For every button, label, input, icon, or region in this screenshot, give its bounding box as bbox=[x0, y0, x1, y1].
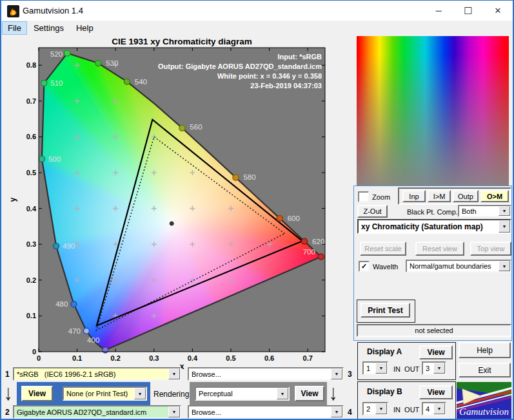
svg-text:700: 700 bbox=[303, 248, 315, 256]
svg-text:520: 520 bbox=[50, 50, 63, 58]
rendering-intent-dropdown[interactable]: Perceptual ▼ bbox=[195, 387, 290, 401]
svg-text:0.6: 0.6 bbox=[264, 354, 274, 362]
chevron-down-icon: ▼ bbox=[375, 403, 387, 414]
display-a-in-dropdown[interactable]: 1 ▼ bbox=[362, 361, 388, 375]
chevron-down-icon: ▼ bbox=[331, 406, 342, 417]
menu-bar: File Settings Help bbox=[1, 21, 513, 35]
display-a-inout-label: IN OUT bbox=[393, 365, 419, 373]
svg-text:0.1: 0.1 bbox=[72, 354, 82, 362]
svg-text:480: 480 bbox=[55, 300, 68, 308]
zoom-label: Zoom bbox=[372, 193, 390, 201]
chevron-down-icon: ▼ bbox=[499, 220, 510, 233]
display-b-in-dropdown[interactable]: 2 ▼ bbox=[362, 402, 388, 415]
view-map-button[interactable]: View bbox=[21, 386, 53, 401]
input-profile-dropdown[interactable]: *sRGB (IEC6 1996-2.1 sRGB) ▼ bbox=[13, 367, 181, 381]
chevron-down-icon: ▼ bbox=[499, 206, 510, 216]
saturation-map-preview bbox=[357, 36, 509, 186]
rendering-label: Rendering bbox=[153, 390, 189, 399]
zout-button[interactable]: Z-Out bbox=[357, 205, 388, 218]
gamutvision-window: Gamutvision 1.4 ─ ☐ ✕ File Settings Help… bbox=[0, 0, 514, 420]
maximize-button[interactable]: ☐ bbox=[453, 1, 483, 21]
reset-scale-button[interactable]: Reset scale bbox=[360, 242, 406, 256]
chevron-down-icon: ▼ bbox=[499, 261, 510, 271]
outp-button[interactable]: Outp bbox=[453, 190, 479, 202]
svg-text:0.4: 0.4 bbox=[188, 354, 198, 362]
chevron-down-icon: ▼ bbox=[168, 406, 180, 417]
view-mode-dropdown[interactable]: xy Chromaticity (Saturation map) ▼ bbox=[357, 219, 511, 234]
browse-top-dropdown[interactable]: Browse... ▼ bbox=[188, 367, 344, 381]
window-title: Gamutvision 1.4 bbox=[23, 6, 83, 15]
wavelth-checkbox[interactable]: ✓ bbox=[359, 261, 370, 272]
svg-text:0.2: 0.2 bbox=[26, 276, 36, 284]
slot3-number: 3 bbox=[348, 370, 352, 379]
chevron-down-icon: ▼ bbox=[331, 368, 342, 379]
close-button[interactable]: ✕ bbox=[483, 1, 513, 21]
map-panel: View None (or Print Test) ▼ bbox=[17, 382, 150, 405]
display-a-out-dropdown[interactable]: 3 ▼ bbox=[422, 361, 446, 375]
svg-text:y: y bbox=[8, 197, 17, 202]
chevron-down-icon: ▼ bbox=[433, 403, 445, 414]
gamutvision-logo: Gamutvision bbox=[457, 382, 511, 419]
annot-whitepoint: White point: x = 0.346 y = 0.358 bbox=[85, 72, 322, 81]
display-a-view-button[interactable]: View bbox=[419, 345, 453, 359]
annot-output: Output: Gigabyte AORUS AD27QD_standard.i… bbox=[85, 62, 322, 72]
bpc-dropdown[interactable]: Both ▼ bbox=[458, 205, 511, 217]
rendering-panel: Perceptual ▼ View bbox=[190, 382, 327, 405]
svg-text:400: 400 bbox=[87, 336, 99, 344]
svg-text:0.5: 0.5 bbox=[26, 169, 36, 177]
reset-view-button[interactable]: Reset view bbox=[415, 242, 464, 256]
inp-button[interactable]: Inp bbox=[402, 190, 426, 202]
chevron-down-icon: ▼ bbox=[134, 388, 146, 399]
display-b-out-dropdown[interactable]: 4 ▼ bbox=[422, 402, 446, 415]
svg-text:600: 600 bbox=[288, 215, 300, 222]
svg-text:580: 580 bbox=[243, 173, 255, 181]
browse-bottom-dropdown[interactable]: Browse... ▼ bbox=[188, 405, 344, 419]
zoom-checkbox[interactable] bbox=[358, 191, 369, 202]
bpc-label: Black Pt. Comp. bbox=[407, 208, 458, 216]
menu-help[interactable]: Help bbox=[70, 21, 99, 35]
chart-annotations: Input: *sRGB Output: Gigabyte AORUS AD27… bbox=[85, 52, 322, 91]
svg-text:0.3: 0.3 bbox=[149, 354, 159, 362]
output-profile-dropdown[interactable]: Gigabyte AORUS AD27QD_standard.icm ▼ bbox=[13, 405, 181, 419]
print-test-frame: Print Test bbox=[357, 300, 415, 323]
display-b-group: Display B View 2 ▼ IN OUT 4 ▼ bbox=[357, 381, 456, 420]
chevron-down-icon: ▼ bbox=[168, 368, 180, 379]
annot-date: 23-Feb-2019 04:37:03 bbox=[85, 81, 322, 91]
display-b-inout-label: IN OUT bbox=[393, 406, 419, 414]
boundaries-dropdown[interactable]: Normal/gamut boundaries ▼ bbox=[406, 260, 511, 272]
logo-text: Gamutvision bbox=[459, 407, 509, 417]
minimize-button[interactable]: ─ bbox=[424, 1, 453, 21]
im-button[interactable]: I>M bbox=[428, 190, 451, 202]
svg-text:0.6: 0.6 bbox=[26, 133, 36, 140]
svg-text:0.7: 0.7 bbox=[26, 97, 36, 105]
wavelth-label: Wavelth bbox=[373, 263, 398, 271]
zoom-checkbox-row: Zoom bbox=[358, 191, 390, 202]
down-arrow-left-icon: ↓ bbox=[4, 381, 13, 406]
svg-text:560: 560 bbox=[190, 123, 202, 131]
svg-text:0.4: 0.4 bbox=[26, 205, 37, 213]
menu-file[interactable]: File bbox=[2, 21, 27, 35]
view-rendering-button[interactable]: View bbox=[295, 386, 324, 401]
slot4-number: 4 bbox=[348, 408, 352, 417]
display-a-group: Display A View 1 ▼ IN OUT 3 ▼ bbox=[357, 342, 456, 380]
exit-button[interactable]: Exit bbox=[459, 363, 511, 377]
display-b-view-button[interactable]: View bbox=[419, 385, 453, 399]
io-button-group: Inp I>M Outp O>M bbox=[398, 187, 511, 205]
slot2-number: 2 bbox=[5, 408, 10, 417]
chevron-down-icon: ▼ bbox=[277, 388, 288, 399]
print-test-button[interactable]: Print Test bbox=[361, 303, 410, 318]
top-view-button[interactable]: Top view bbox=[470, 242, 511, 256]
svg-text:0: 0 bbox=[32, 348, 36, 356]
help-button[interactable]: Help bbox=[459, 342, 511, 358]
svg-text:0.8: 0.8 bbox=[26, 61, 36, 69]
menu-settings[interactable]: Settings bbox=[28, 21, 70, 35]
slot1-number: 1 bbox=[5, 370, 10, 379]
map-dropdown[interactable]: None (or Print Test) ▼ bbox=[63, 387, 147, 401]
svg-text:0.5: 0.5 bbox=[226, 354, 235, 362]
title-bar: Gamutvision 1.4 ─ ☐ ✕ bbox=[1, 1, 513, 21]
annot-input: Input: *sRGB bbox=[85, 52, 322, 62]
svg-text:0.1: 0.1 bbox=[26, 312, 36, 320]
svg-text:490: 490 bbox=[63, 242, 75, 250]
svg-text:0.7: 0.7 bbox=[303, 354, 313, 362]
om-button[interactable]: O>M bbox=[480, 190, 509, 202]
